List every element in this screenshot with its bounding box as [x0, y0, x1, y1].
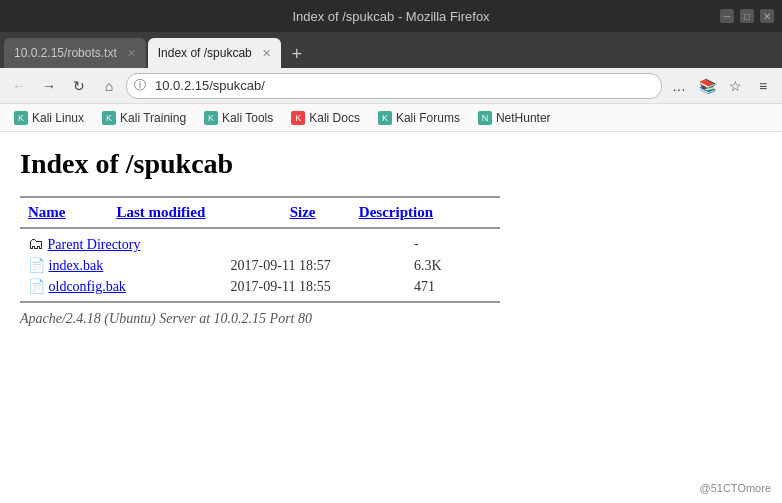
page-title: Index of /spukcab: [20, 148, 762, 180]
bookmark-kali-forums[interactable]: K Kali Forums: [370, 109, 468, 127]
bookmark-nethunter-label: NetHunter: [496, 111, 551, 125]
tab-robots-close[interactable]: ✕: [127, 47, 136, 60]
url-bar-wrapper: ⓘ: [126, 73, 662, 99]
header-divider: [20, 227, 500, 229]
row0-desc-cell: [475, 233, 500, 255]
row2-modified-cell: 2017-09-11 18:55: [223, 276, 406, 297]
window-controls[interactable]: ─ □ ✕: [720, 9, 774, 23]
url-input[interactable]: [126, 73, 662, 99]
row0-name-cell: 🗂 Parent Directory: [20, 233, 223, 255]
tab-spukcab-close[interactable]: ✕: [262, 47, 271, 60]
title-bar: Index of /spukcab - Mozilla Firefox ─ □ …: [0, 0, 782, 32]
row2-name-cell: 📄 oldconfig.bak: [20, 276, 223, 297]
nav-right-buttons: … 📚 ☆ ≡: [666, 73, 776, 99]
table-row: 📄 index.bak 2017-09-11 18:57 6.3K: [20, 255, 500, 276]
tab-spukcab[interactable]: Index of /spukcab ✕: [148, 38, 281, 68]
window-title: Index of /spukcab - Mozilla Firefox: [292, 9, 489, 24]
file-rows-table: 🗂 Parent Directory - 📄 index.bak 2017-09…: [20, 233, 500, 297]
col-modified-header[interactable]: Last modified: [108, 202, 281, 223]
row1-size-cell: 6.3K: [406, 255, 475, 276]
table-header-row: Name Last modified Size Description: [20, 202, 500, 223]
more-button[interactable]: …: [666, 73, 692, 99]
tab-spukcab-label: Index of /spukcab: [158, 46, 252, 60]
bookmark-kali-docs[interactable]: K Kali Docs: [283, 109, 368, 127]
tab-bar: 10.0.2.15/robots.txt ✕ Index of /spukcab…: [0, 32, 782, 68]
home-button[interactable]: ⌂: [96, 73, 122, 99]
bookmarks-bar: K Kali Linux K Kali Training K Kali Tool…: [0, 104, 782, 132]
reload-button[interactable]: ↻: [66, 73, 92, 99]
col-size-link[interactable]: Size: [290, 204, 316, 220]
bottom-divider: [20, 301, 500, 303]
back-button[interactable]: ←: [6, 73, 32, 99]
bookmark-kali-linux-label: Kali Linux: [32, 111, 84, 125]
row1-name-link[interactable]: index.bak: [49, 258, 104, 273]
close-button[interactable]: ✕: [760, 9, 774, 23]
kali-tools-icon: K: [204, 111, 218, 125]
row0-modified-cell: [223, 233, 406, 255]
table-row: 🗂 Parent Directory -: [20, 233, 500, 255]
bookmark-kali-forums-label: Kali Forums: [396, 111, 460, 125]
bookmark-nethunter[interactable]: N NetHunter: [470, 109, 559, 127]
table-row: 📄 oldconfig.bak 2017-09-11 18:55 471: [20, 276, 500, 297]
bookmark-kali-training[interactable]: K Kali Training: [94, 109, 194, 127]
new-tab-button[interactable]: +: [283, 40, 311, 68]
page-content: Index of /spukcab Name Last modified Siz…: [0, 132, 782, 343]
bookmark-kali-training-label: Kali Training: [120, 111, 186, 125]
maximize-button[interactable]: □: [740, 9, 754, 23]
nethunter-icon: N: [478, 111, 492, 125]
kali-training-icon: K: [102, 111, 116, 125]
nav-bar: ← → ↻ ⌂ ⓘ … 📚 ☆ ≡: [0, 68, 782, 104]
file-icon: 📄: [28, 278, 45, 295]
col-desc-link[interactable]: Description: [359, 204, 433, 220]
col-desc-header[interactable]: Description: [351, 202, 500, 223]
url-lock-icon: ⓘ: [134, 77, 146, 94]
row1-name-cell: 📄 index.bak: [20, 255, 223, 276]
row2-size-cell: 471: [406, 276, 475, 297]
row2-name-link[interactable]: oldconfig.bak: [49, 279, 126, 294]
server-info: Apache/2.4.18 (Ubuntu) Server at 10.0.2.…: [20, 311, 762, 327]
col-name-header[interactable]: Name: [20, 202, 108, 223]
kali-docs-icon: K: [291, 111, 305, 125]
menu-button[interactable]: ≡: [750, 73, 776, 99]
minimize-button[interactable]: ─: [720, 9, 734, 23]
forward-button[interactable]: →: [36, 73, 62, 99]
kali-forums-icon: K: [378, 111, 392, 125]
row2-desc-cell: [475, 276, 500, 297]
library-icon[interactable]: 📚: [694, 73, 720, 99]
tab-robots[interactable]: 10.0.2.15/robots.txt ✕: [4, 38, 146, 68]
row1-modified-cell: 2017-09-11 18:57: [223, 255, 406, 276]
top-divider: [20, 196, 500, 198]
file-icon: 📄: [28, 257, 45, 274]
col-modified-link[interactable]: Last modified: [116, 204, 205, 220]
folder-icon: 🗂: [28, 235, 44, 253]
watermark: @51CTOmore: [697, 481, 774, 495]
col-size-header[interactable]: Size: [282, 202, 351, 223]
row0-size-cell: -: [406, 233, 475, 255]
bookmark-kali-tools-label: Kali Tools: [222, 111, 273, 125]
bookmark-kali-linux[interactable]: K Kali Linux: [6, 109, 92, 127]
bookmark-kali-docs-label: Kali Docs: [309, 111, 360, 125]
bookmark-button[interactable]: ☆: [722, 73, 748, 99]
row1-desc-cell: [475, 255, 500, 276]
col-name-link[interactable]: Name: [28, 204, 66, 220]
file-table: Name Last modified Size Description: [20, 202, 500, 223]
bookmark-kali-tools[interactable]: K Kali Tools: [196, 109, 281, 127]
row0-name-link[interactable]: Parent Directory: [48, 237, 141, 252]
kali-linux-icon: K: [14, 111, 28, 125]
tab-robots-label: 10.0.2.15/robots.txt: [14, 46, 117, 60]
